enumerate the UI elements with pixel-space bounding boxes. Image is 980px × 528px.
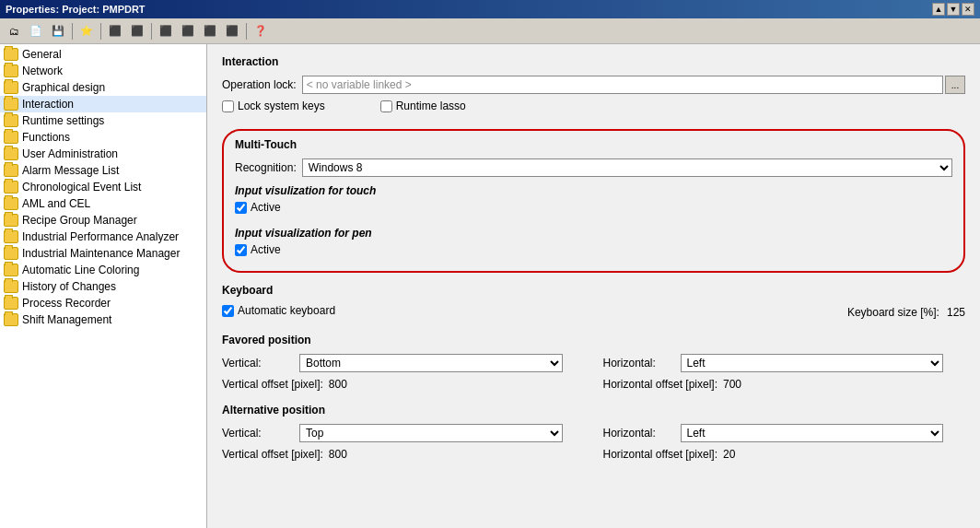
window-controls[interactable]: ▲ ▼ ✕ <box>932 3 974 16</box>
input-pen-title: Input visualization for pen <box>235 227 952 240</box>
sidebar-item-aml-cel[interactable]: AML and CEL <box>0 195 206 212</box>
folder-icon <box>4 280 18 293</box>
runtime-lasso-label: Runtime lasso <box>396 100 466 112</box>
keyboard-size-label: Keyboard size [%]: <box>847 306 939 319</box>
fav-horizontal-select[interactable]: Left Right <box>681 354 944 372</box>
recognition-label: Recognition: <box>235 161 297 174</box>
window-title: Properties: Project: PMPDRT <box>6 4 146 15</box>
sidebar-label: User Administration <box>22 147 118 160</box>
sidebar-label: History of Changes <box>22 280 116 293</box>
fav-vert-offset-label: Vertical offset [pixel]: <box>222 378 323 391</box>
toolbar-btn-9[interactable]: ⬛ <box>200 21 220 41</box>
alt-horiz-offset-value: 20 <box>723 448 735 461</box>
toolbar-btn-3[interactable]: 💾 <box>48 21 68 41</box>
sidebar-item-process-recorder[interactable]: Process Recorder <box>0 295 206 311</box>
sidebar-item-general[interactable]: General <box>0 46 206 63</box>
auto-keyboard-checkbox[interactable] <box>222 305 234 317</box>
toolbar-btn-help[interactable]: ❓ <box>251 21 271 41</box>
sidebar-label: Chronological Event List <box>22 181 141 194</box>
sidebar-item-graphical-design[interactable]: Graphical design <box>0 79 206 96</box>
toolbar-sep-2 <box>100 23 101 40</box>
fav-vert-offset-value: 800 <box>329 378 347 391</box>
sidebar-label: Industrial Performance Analyzer <box>22 230 179 243</box>
folder-icon <box>4 114 18 127</box>
sidebar-label: Recipe Group Manager <box>22 214 137 227</box>
folder-icon <box>4 264 18 276</box>
folder-icon <box>4 197 18 210</box>
lock-system-keys-row: Lock system keys <box>222 100 325 112</box>
sidebar-item-user-admin[interactable]: User Administration <box>0 146 206 162</box>
alt-vert-offset-label: Vertical offset [pixel]: <box>222 448 323 461</box>
sidebar-item-shift-management[interactable]: Shift Management <box>0 311 206 328</box>
recognition-row: Recognition: Windows 8 Windows 7 None <box>235 158 952 177</box>
sidebar-item-industrial-performance[interactable]: Industrial Performance Analyzer <box>0 229 206 245</box>
favored-position-title: Favored position <box>222 334 965 346</box>
sidebar-item-recipe-group[interactable]: Recipe Group Manager <box>0 212 206 229</box>
fav-vertical-label: Vertical: <box>222 357 296 370</box>
lock-system-keys-label: Lock system keys <box>238 100 325 112</box>
fav-horiz-offset-label: Horizontal offset [pixel]: <box>603 378 718 391</box>
auto-keyboard-label: Automatic keyboard <box>238 304 335 317</box>
alt-vertical-label: Vertical: <box>222 427 296 440</box>
recognition-select[interactable]: Windows 8 Windows 7 None <box>302 158 952 177</box>
multitouch-section: Multi-Touch Recognition: Windows 8 Windo… <box>222 129 965 273</box>
input-touch-active-checkbox[interactable] <box>235 202 247 214</box>
operation-lock-input[interactable] <box>302 76 943 94</box>
sidebar-item-network[interactable]: Network <box>0 63 206 79</box>
folder-icon <box>4 164 18 177</box>
folder-icon <box>4 297 18 310</box>
auto-keyboard-row: Automatic keyboard <box>222 304 335 317</box>
operation-lock-label: Operation lock: <box>222 78 297 91</box>
input-pen-active-checkbox[interactable] <box>235 244 247 256</box>
folder-icon <box>4 230 18 243</box>
input-touch-active-label: Active <box>251 201 281 214</box>
sidebar-item-chronological-event-list[interactable]: Chronological Event List <box>0 179 206 195</box>
sidebar-label: AML and CEL <box>22 197 90 210</box>
sidebar-label: Process Recorder <box>22 297 111 310</box>
runtime-lasso-row: Runtime lasso <box>380 100 466 112</box>
sidebar: General Network Graphical design Interac… <box>0 44 207 528</box>
close-button[interactable]: ✕ <box>962 3 974 16</box>
sidebar-label: Industrial Maintenance Manager <box>22 247 180 260</box>
folder-icon <box>4 313 18 326</box>
toolbar-btn-6[interactable]: ⬛ <box>127 21 147 41</box>
sidebar-item-runtime-settings[interactable]: Runtime settings <box>0 112 206 129</box>
toolbar-btn-5[interactable]: ⬛ <box>105 21 125 41</box>
sidebar-item-automatic-line[interactable]: Automatic Line Coloring <box>0 262 206 278</box>
toolbar-btn-8[interactable]: ⬛ <box>178 21 198 41</box>
main-layout: General Network Graphical design Interac… <box>0 44 980 528</box>
multitouch-title: Multi-Touch <box>235 138 952 151</box>
browse-button[interactable]: ... <box>945 76 965 94</box>
toolbar: 🗂 📄 💾 ⭐ ⬛ ⬛ ⬛ ⬛ ⬛ ⬛ ❓ <box>0 18 980 44</box>
restore-button[interactable]: ▼ <box>947 3 960 16</box>
folder-icon <box>4 147 18 160</box>
input-touch-active-row: Active <box>235 201 952 214</box>
sidebar-label: Shift Management <box>22 313 111 326</box>
toolbar-btn-4[interactable]: ⭐ <box>76 21 97 41</box>
runtime-lasso-checkbox[interactable] <box>380 100 392 112</box>
input-touch-title: Input visulization for touch <box>235 184 952 197</box>
lock-system-keys-checkbox[interactable] <box>222 100 234 112</box>
minimize-button[interactable]: ▲ <box>932 3 945 16</box>
toolbar-btn-1[interactable]: 🗂 <box>4 21 24 41</box>
folder-icon <box>4 81 18 94</box>
sidebar-item-alarm-message-list[interactable]: Alarm Message List <box>0 162 206 179</box>
sidebar-label: Network <box>22 65 63 77</box>
alt-vert-offset-value: 800 <box>329 448 347 461</box>
title-bar: Properties: Project: PMPDRT ▲ ▼ ✕ <box>0 0 980 18</box>
toolbar-btn-10[interactable]: ⬛ <box>222 21 242 41</box>
toolbar-btn-7[interactable]: ⬛ <box>156 21 176 41</box>
sidebar-item-functions[interactable]: Functions <box>0 129 206 146</box>
operation-lock-row: Operation lock: ... <box>222 76 965 94</box>
sidebar-item-interaction[interactable]: Interaction <box>0 96 206 112</box>
toolbar-sep-3 <box>151 23 152 40</box>
toolbar-btn-2[interactable]: 📄 <box>26 21 46 41</box>
sidebar-item-history-changes[interactable]: History of Changes <box>0 278 206 295</box>
alt-horizontal-select[interactable]: Left Right <box>681 424 944 442</box>
sidebar-label: Automatic Line Coloring <box>22 264 139 276</box>
fav-vertical-select[interactable]: Bottom Top <box>299 354 563 372</box>
sidebar-item-industrial-maintenance[interactable]: Industrial Maintenance Manager <box>0 245 206 262</box>
alt-vertical-select[interactable]: Top Bottom <box>299 424 563 442</box>
fav-horiz-offset-value: 700 <box>723 378 741 391</box>
folder-icon <box>4 214 18 227</box>
